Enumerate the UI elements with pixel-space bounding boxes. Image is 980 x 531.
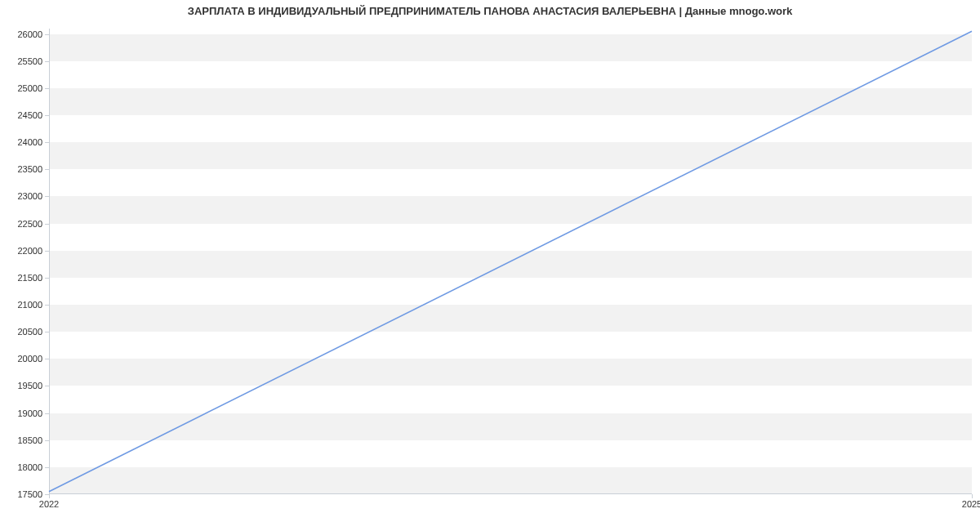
y-tick-label: 22000 (17, 246, 42, 256)
y-tick-mark (45, 278, 49, 279)
y-tick-mark (45, 440, 49, 441)
series-line (49, 31, 972, 491)
y-tick-mark (45, 332, 49, 332)
y-tick-mark (45, 224, 49, 225)
chart-title: ЗАРПЛАТА В ИНДИВИДУАЛЬНЫЙ ПРЕДПРИНИМАТЕЛ… (0, 5, 980, 17)
y-tick-mark (45, 386, 49, 386)
y-tick-mark (45, 359, 49, 359)
x-tick-label: 2025 (962, 499, 980, 509)
y-tick-mark (45, 115, 49, 116)
y-tick-label: 23000 (17, 191, 42, 201)
y-tick-label: 24000 (17, 137, 42, 147)
plot-area: 1750018000185001900019500200002050021000… (49, 29, 972, 494)
y-tick-label: 19500 (17, 381, 42, 390)
chart-container: ЗАРПЛАТА В ИНДИВИДУАЛЬНЫЙ ПРЕДПРИНИМАТЕЛ… (0, 0, 980, 531)
y-tick-label: 25000 (17, 83, 42, 93)
y-tick-mark (45, 196, 49, 197)
y-tick-label: 21500 (17, 273, 42, 283)
y-tick-mark (45, 467, 49, 468)
y-tick-label: 21000 (17, 300, 42, 310)
y-tick-mark (45, 34, 49, 35)
y-tick-label: 20000 (17, 354, 42, 364)
y-tick-label: 23500 (17, 164, 42, 174)
y-tick-mark (45, 413, 49, 414)
y-tick-label: 22500 (17, 219, 42, 229)
y-tick-label: 18000 (17, 462, 42, 472)
y-tick-label: 25500 (17, 56, 42, 66)
x-tick-mark (972, 494, 973, 498)
y-tick-label: 19000 (17, 408, 42, 418)
y-tick-label: 20500 (17, 327, 42, 337)
y-tick-mark (45, 142, 49, 143)
y-tick-mark (45, 88, 49, 89)
y-tick-mark (45, 61, 49, 62)
y-tick-label: 24500 (17, 110, 42, 120)
y-tick-label: 26000 (17, 29, 42, 39)
y-tick-mark (45, 169, 49, 170)
x-tick-mark (49, 494, 50, 498)
y-tick-label: 18500 (17, 435, 42, 445)
y-tick-mark (45, 251, 49, 252)
line-layer (49, 29, 972, 494)
y-tick-mark (45, 305, 49, 306)
y-tick-label: 17500 (17, 489, 42, 499)
x-tick-label: 2022 (39, 499, 59, 509)
